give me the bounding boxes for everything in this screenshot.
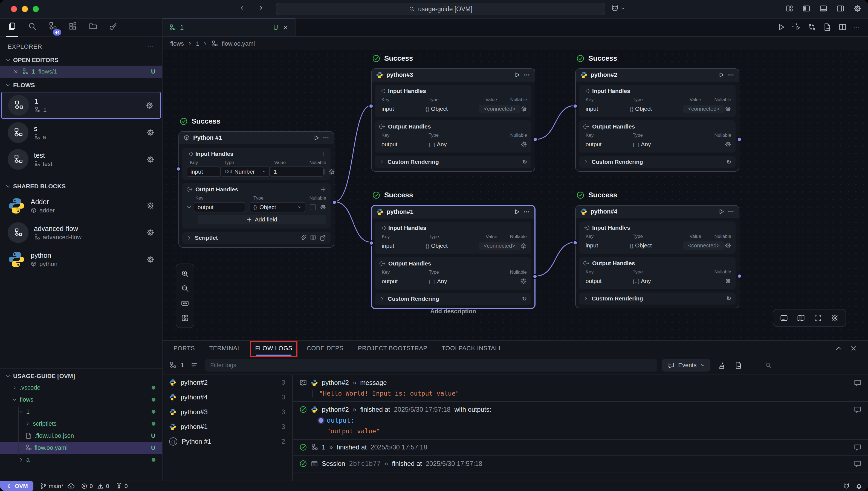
input-port[interactable] [368,103,374,109]
log-source-item[interactable]: ( )Python #12 [163,434,292,449]
input-port[interactable] [572,240,578,246]
tab-project-bootstrap[interactable]: PROJECT BOOTSTRAP [358,345,428,352]
shared-block-python[interactable]: python python [1,247,161,272]
log-list-icon[interactable] [190,362,198,369]
shared-blocks-header[interactable]: SHARED BLOCKS [0,181,162,192]
open-editor-item[interactable]: 1 flows/1 U [0,66,162,78]
custom-rendering-section[interactable]: Custom Rendering ↻ [375,156,532,168]
tab-ports[interactable]: PORTS [173,345,195,352]
events-dropdown[interactable]: Events [662,359,710,372]
tree-item-flow-yaml[interactable]: flow.oo.yamlU [0,442,162,454]
flow-settings-gear-icon[interactable] [146,155,154,164]
node-header[interactable]: python#2 ⋯ [576,69,739,82]
fit-width-icon[interactable] [181,299,189,307]
node-header[interactable]: python#1 ⋯ [372,206,535,219]
tab-flow-logs[interactable]: FLOW LOGS [255,345,292,352]
remote-indicator[interactable]: OVM [0,481,33,491]
shared-block-adder[interactable]: Adder adder [1,193,161,219]
copilot-status-icon[interactable] [843,483,850,490]
tree-item-vscode[interactable]: .vscode [0,382,162,394]
tree-item-flow-ui-json[interactable]: .flow.ui.oo.jsonU [0,430,162,442]
flow-card-test[interactable]: test test [1,147,161,172]
log-source-item[interactable]: python#23 [163,375,292,390]
node-python1[interactable]: Success python#1 ⋯ Input Handles KeyType… [371,205,535,309]
flow-settings-gear-icon[interactable] [146,128,154,137]
flow-settings-gear-icon[interactable] [145,101,154,109]
input-port[interactable] [572,103,578,109]
run-node-icon[interactable] [313,135,320,141]
workspace-header[interactable]: USAGE-GUIDE [OVM] [0,371,162,382]
node-more-actions[interactable]: ⋯ [323,134,329,141]
node-python4[interactable]: Success python#4 ⋯ Input Handles KeyType… [575,205,739,308]
fit-view-icon[interactable] [814,314,822,322]
window-zoom-button[interactable] [33,6,39,12]
log-entry-session-finished[interactable]: Session2bfc1b77»finished at 2025/5/30 17… [293,456,868,472]
input-port[interactable] [176,166,181,172]
node-header[interactable]: python#3 ⋯ [372,69,535,82]
type-select[interactable]: {}Object [249,202,305,212]
chevron-down-icon[interactable] [621,6,625,11]
run-node-icon[interactable] [514,209,520,215]
manage-gear-icon[interactable] [853,4,862,12]
output-port[interactable] [532,274,538,279]
node-python3[interactable]: Success python#3 ⋯ Input Handles KeyType… [371,68,535,172]
custom-rendering-section[interactable]: Custom Rendering ↻ [579,156,736,168]
log-source-item[interactable]: python#43 [163,390,292,405]
tree-item-scriptlets[interactable]: scriptlets [0,418,162,430]
node-more-actions[interactable]: ⋯ [523,208,530,215]
explorer-activity-icon[interactable] [8,22,17,32]
window-close-button[interactable] [11,6,17,12]
filter-logs-input[interactable] [205,359,657,372]
sync-icon[interactable] [808,23,816,31]
tab-close-icon[interactable] [282,25,289,31]
flows-section-header[interactable]: FLOWS [0,80,162,91]
node-header[interactable]: python#4 ⋯ [576,206,739,218]
nullable-checkbox[interactable] [323,169,325,175]
handle-settings-gear-icon[interactable] [725,278,731,284]
problems-status[interactable]: 0 0 [81,483,109,489]
add-handle-icon[interactable] [320,151,326,157]
maximize-panel-icon[interactable] [835,345,842,352]
zoom-out-icon[interactable] [181,284,189,292]
run-node-icon[interactable] [514,71,520,78]
refresh-icon[interactable]: ↻ [726,295,731,302]
folder-activity-icon[interactable] [89,22,98,32]
extensions-activity-icon[interactable] [69,22,77,32]
node-python2[interactable]: Success python#2 ⋯ Input Handles KeyType… [575,68,739,172]
node-more-actions[interactable]: ⋯ [524,71,530,79]
auto-layout-icon[interactable] [181,314,189,322]
handle-settings-gear-icon[interactable] [320,204,326,210]
value-input[interactable]: 1 [270,167,323,177]
docs-icon[interactable] [310,235,316,241]
search-activity-icon[interactable] [28,22,37,32]
log-entry-message[interactable]: python#2»message "Hello World! Input is:… [293,375,868,402]
toggle-secondary-sidebar-icon[interactable] [836,4,844,12]
toggle-primary-sidebar-icon[interactable] [802,4,811,12]
explorer-more-actions[interactable]: ⋯ [148,43,154,50]
shared-block-advanced-flow[interactable]: advanced-flow advanced-flow [1,220,161,246]
minimap-icon[interactable] [797,314,805,322]
node-more-actions[interactable]: ⋯ [728,208,734,215]
node-more-actions[interactable]: ⋯ [728,71,734,79]
refresh-icon[interactable]: ↻ [726,158,731,165]
tree-item-1[interactable]: 1 [0,406,162,418]
editor-more-actions[interactable]: ⋯ [854,24,860,31]
copilot-icon[interactable] [611,4,619,12]
output-port[interactable] [737,137,742,142]
zoom-in-icon[interactable] [181,269,189,278]
expand-row-icon[interactable] [187,205,192,210]
comment-icon[interactable] [854,379,862,386]
key-activity-icon[interactable] [109,22,118,32]
handle-settings-gear-icon[interactable] [725,141,731,148]
flows-activity-icon[interactable]: 44 [48,22,57,32]
handle-settings-gear-icon[interactable] [328,168,335,175]
handle-settings-gear-icon[interactable] [520,278,527,285]
tab-code-deps[interactable]: CODE DEPS [307,345,344,352]
handle-settings-gear-icon[interactable] [725,242,731,249]
export-file-icon[interactable] [823,23,831,31]
key-input[interactable]: output [194,202,245,212]
tab-flow-1[interactable]: 1 U [163,18,296,36]
flow-canvas[interactable]: Success Python #1 ⋯ Input Handles KeyTyp… [163,50,868,340]
add-handle-icon[interactable] [320,186,326,193]
breadcrumb-1[interactable]: 1 [196,40,199,47]
